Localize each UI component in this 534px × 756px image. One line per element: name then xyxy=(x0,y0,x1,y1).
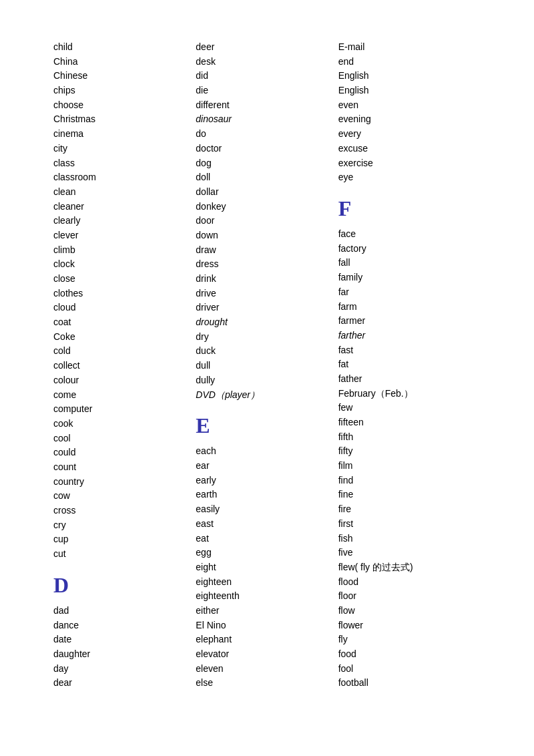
list-item: desk xyxy=(196,55,338,69)
list-item: El Nino xyxy=(196,618,338,633)
list-item: could xyxy=(53,445,196,460)
list-item: floor xyxy=(338,589,481,604)
list-item: climb xyxy=(53,243,196,258)
list-item: doll xyxy=(196,170,338,185)
list-item: excuse xyxy=(338,142,481,156)
list-item: every xyxy=(338,127,481,142)
list-item: east xyxy=(196,517,338,532)
list-item: dear xyxy=(53,676,196,691)
list-item: first xyxy=(338,517,481,532)
list-item: duck xyxy=(196,344,338,359)
list-item: eighteenth xyxy=(196,589,338,604)
list-item: even xyxy=(338,98,481,113)
list-item: family xyxy=(338,270,481,285)
list-item: flood xyxy=(338,575,481,590)
list-item: early xyxy=(196,474,338,488)
list-item: eye xyxy=(338,170,481,185)
list-item: fifteen xyxy=(338,415,481,430)
list-item: cloud xyxy=(53,301,196,315)
list-item: drink xyxy=(196,272,338,287)
list-item: farmer xyxy=(338,314,481,329)
list-item: face xyxy=(338,227,481,242)
section-letter-F: F xyxy=(338,192,481,226)
list-item: chips xyxy=(53,83,196,98)
list-item: eight xyxy=(196,560,338,575)
list-item: doctor xyxy=(196,142,338,156)
list-item: eleven xyxy=(196,662,338,677)
list-item: city xyxy=(53,142,196,156)
list-item: dance xyxy=(53,618,196,633)
column-col2: deerdeskdiddiedifferentdinosaurdodoctord… xyxy=(196,40,338,691)
list-item: colour xyxy=(53,373,196,388)
list-item: evening xyxy=(338,112,481,127)
list-item: classroom xyxy=(53,170,196,185)
list-item: far xyxy=(338,285,481,300)
list-item: close xyxy=(53,272,196,287)
list-item: Coke xyxy=(53,330,196,345)
list-item: clearly xyxy=(53,214,196,228)
list-item: find xyxy=(338,474,481,488)
list-item: daughter xyxy=(53,647,196,662)
list-item: did xyxy=(196,69,338,83)
list-item: deer xyxy=(196,40,338,55)
list-item: come xyxy=(53,388,196,403)
list-item: draw xyxy=(196,243,338,258)
list-item: clever xyxy=(53,228,196,243)
list-item: drought xyxy=(196,315,338,330)
list-item: class xyxy=(53,156,196,171)
list-item: door xyxy=(196,214,338,228)
list-item: eighteen xyxy=(196,575,338,590)
list-item: dress xyxy=(196,257,338,272)
list-item: cut xyxy=(53,547,196,562)
list-item: flew( fly 的过去式) xyxy=(338,560,481,575)
list-item: either xyxy=(196,604,338,618)
section-letter-E: E xyxy=(196,409,338,443)
list-item: fire xyxy=(338,502,481,517)
list-item: die xyxy=(196,83,338,98)
list-item: do xyxy=(196,127,338,142)
list-item: food xyxy=(338,647,481,662)
list-item: donkey xyxy=(196,200,338,214)
list-item: fifty xyxy=(338,444,481,459)
list-item: each xyxy=(196,444,338,459)
list-item: fine xyxy=(338,488,481,502)
list-item: DVD（player） xyxy=(196,388,338,403)
list-item: February（Feb.） xyxy=(338,387,481,401)
list-item: cool xyxy=(53,431,196,446)
word-list-columns: childChinaChinesechipschooseChristmascin… xyxy=(53,40,481,691)
list-item: end xyxy=(338,55,481,69)
list-item: exercise xyxy=(338,156,481,171)
list-item: farm xyxy=(338,300,481,315)
list-item: child xyxy=(53,40,196,55)
list-item: cross xyxy=(53,504,196,518)
list-item: different xyxy=(196,98,338,113)
section-letter-D: D xyxy=(53,568,196,602)
list-item: day xyxy=(53,662,196,677)
list-item: clock xyxy=(53,257,196,272)
list-item: E-mail xyxy=(338,40,481,55)
list-item: clothes xyxy=(53,287,196,301)
list-item: cook xyxy=(53,417,196,431)
list-item: choose xyxy=(53,98,196,113)
list-item: dry xyxy=(196,330,338,345)
list-item: few xyxy=(338,401,481,415)
list-item: cleaner xyxy=(53,200,196,214)
list-item: five xyxy=(338,546,481,560)
list-item: else xyxy=(196,676,338,691)
list-item: count xyxy=(53,460,196,475)
list-item: country xyxy=(53,475,196,490)
list-item: cold xyxy=(53,344,196,359)
list-item: factory xyxy=(338,242,481,256)
column-col1: childChinaChinesechipschooseChristmascin… xyxy=(53,40,196,691)
list-item: fast xyxy=(338,343,481,358)
list-item: elephant xyxy=(196,632,338,647)
list-item: fly xyxy=(338,632,481,647)
list-item: clean xyxy=(53,185,196,200)
list-item: eat xyxy=(196,532,338,546)
list-item: fall xyxy=(338,256,481,270)
list-item: dollar xyxy=(196,185,338,200)
list-item: Chinese xyxy=(53,69,196,83)
list-item: egg xyxy=(196,546,338,560)
list-item: cinema xyxy=(53,127,196,142)
list-item: dully xyxy=(196,373,338,388)
